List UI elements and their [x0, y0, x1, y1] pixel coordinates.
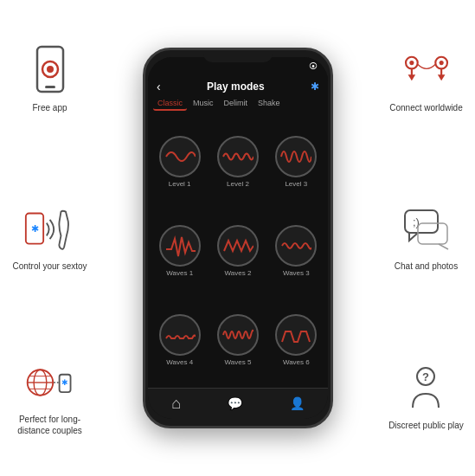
control-icon: ✱ — [24, 203, 76, 255]
connect-label: Connect worldwide — [389, 102, 463, 113]
feature-chat: ;) Chat and photos — [376, 158, 475, 317]
mode-waves6-circle — [275, 314, 317, 356]
svg-marker-16 — [409, 233, 418, 241]
tab-classic[interactable]: Classic — [153, 97, 187, 111]
bluetooth-status-icon: ⦿ — [309, 61, 318, 71]
nav-profile-icon[interactable]: 👤 — [290, 396, 305, 410]
control-label: Control your sextoy — [12, 261, 87, 272]
tabs-bar: Classic Music Delimit Shake — [148, 97, 328, 114]
feature-connect: Connect worldwide — [376, 0, 475, 158]
mode-level2[interactable]: Level 2 — [211, 119, 264, 203]
tab-delimit[interactable]: Delimit — [220, 97, 253, 111]
mode-waves3-label: Waves 3 — [283, 269, 310, 277]
main-container: Free app ⦿ ‹ Play modes ✱ Classic Mu — [0, 0, 475, 476]
tab-shake[interactable]: Shake — [254, 97, 285, 111]
mode-waves5-circle — [217, 314, 259, 356]
svg-rect-3 — [45, 86, 55, 88]
connect-icon — [401, 45, 453, 97]
svg-text:✱: ✱ — [61, 378, 68, 387]
svg-text:?: ? — [422, 370, 429, 383]
mode-waves2-circle — [217, 225, 259, 267]
mode-level3-label: Level 3 — [285, 180, 307, 188]
mode-level1-circle — [159, 136, 201, 177]
mode-waves6[interactable]: Waves 6 — [270, 299, 323, 383]
mode-level1[interactable]: Level 1 — [153, 119, 206, 203]
svg-rect-14 — [405, 210, 438, 233]
mode-level3[interactable]: Level 3 — [270, 119, 323, 203]
chat-label: Chat and photos — [395, 261, 458, 272]
mode-level3-circle — [275, 136, 317, 177]
discreet-label: Discreet public play — [388, 420, 464, 431]
tab-music[interactable]: Music — [189, 97, 218, 111]
distance-label: Perfect for long-distance couples — [5, 414, 94, 436]
app-header: ‹ Play modes ✱ — [148, 76, 328, 97]
free-app-label: Free app — [32, 102, 67, 113]
feature-free-app: Free app — [0, 0, 99, 158]
mode-waves5[interactable]: Waves 5 — [211, 299, 264, 383]
feature-control: ✱ Control your sextoy — [0, 158, 99, 317]
mode-waves3[interactable]: Waves 3 — [270, 209, 323, 293]
svg-point-9 — [439, 61, 443, 65]
mode-waves2[interactable]: Waves 2 — [211, 209, 264, 293]
svg-marker-11 — [437, 74, 445, 80]
svg-text:✱: ✱ — [31, 223, 39, 234]
discreet-icon: ? — [401, 363, 453, 415]
feature-distance: ✱ Perfect for long-distance couples — [0, 318, 99, 476]
svg-marker-7 — [408, 74, 415, 80]
mode-grid: Level 1 Level 2 — [148, 114, 328, 388]
phone-screen: ⦿ ‹ Play modes ✱ Classic Music Delimit S… — [148, 57, 328, 419]
mode-level2-label: Level 2 — [227, 180, 249, 188]
phone-notch — [203, 50, 273, 62]
feature-discreet: ? Discreet public play — [376, 318, 475, 476]
svg-point-2 — [47, 66, 54, 73]
mode-waves4-circle — [159, 314, 201, 356]
mode-waves3-circle — [275, 225, 317, 267]
nav-home-icon[interactable]: ⌂ — [171, 395, 181, 413]
mode-waves2-label: Waves 2 — [225, 269, 252, 277]
nav-chat-icon[interactable]: 💬 — [228, 396, 242, 410]
app-title: Play modes — [207, 80, 265, 93]
mode-waves1-label: Waves 1 — [166, 269, 193, 277]
svg-marker-18 — [439, 244, 448, 249]
phone: ⦿ ‹ Play modes ✱ Classic Music Delimit S… — [143, 48, 333, 428]
bluetooth-header-icon[interactable]: ✱ — [311, 80, 319, 93]
mode-level2-circle — [217, 136, 259, 177]
mode-waves1-circle — [159, 225, 201, 267]
mode-waves6-label: Waves 6 — [283, 358, 310, 366]
back-button[interactable]: ‹ — [157, 80, 161, 93]
mode-waves5-label: Waves 5 — [225, 358, 252, 366]
phone-wrapper: ⦿ ‹ Play modes ✱ Classic Music Delimit S… — [99, 0, 376, 476]
mode-waves4[interactable]: Waves 4 — [153, 299, 206, 383]
bottom-nav: ⌂ 💬 👤 — [148, 388, 328, 419]
svg-point-5 — [409, 61, 414, 65]
chat-icon: ;) — [401, 203, 453, 255]
distance-icon: ✱ — [24, 357, 76, 408]
mode-waves1[interactable]: Waves 1 — [153, 209, 206, 293]
free-app-icon — [24, 45, 76, 97]
mode-level1-label: Level 1 — [169, 180, 191, 188]
mode-waves4-label: Waves 4 — [166, 358, 193, 366]
